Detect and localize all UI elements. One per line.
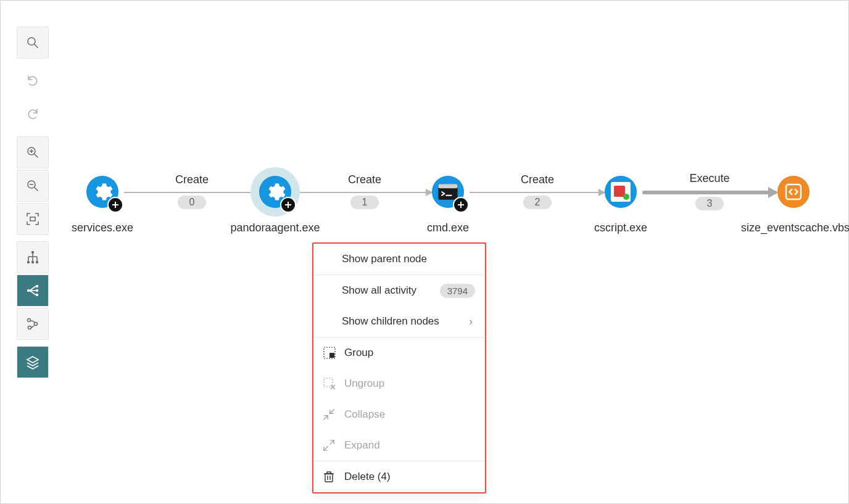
left-toolbar <box>17 27 49 379</box>
node-label: cscript.exe <box>568 221 673 234</box>
menu-item-label: Group <box>342 347 475 359</box>
code-script-icon <box>777 176 810 208</box>
edge-sequence-badge: 2 <box>523 196 552 209</box>
fit-screen-button[interactable] <box>17 203 49 235</box>
svg-rect-33 <box>786 184 801 199</box>
tree-view-icon <box>25 250 40 265</box>
menu-ungroup: Ungroup <box>313 368 485 399</box>
svg-line-42 <box>324 447 328 450</box>
menu-group[interactable]: Group <box>313 337 485 368</box>
svg-rect-43 <box>325 474 333 482</box>
svg-point-0 <box>28 38 35 45</box>
graph-view-button[interactable] <box>17 275 49 307</box>
group-icon <box>323 347 342 359</box>
zoom-out-icon <box>25 178 40 193</box>
cscript-icon <box>605 176 637 208</box>
svg-rect-36 <box>324 378 333 387</box>
svg-line-41 <box>330 440 334 444</box>
svg-point-22 <box>36 294 38 296</box>
svg-point-11 <box>27 261 30 263</box>
menu-item-label: Show all activity <box>323 284 440 297</box>
svg-line-39 <box>330 410 334 413</box>
edge-sequence-badge: 1 <box>350 196 379 209</box>
timeline-view-icon <box>25 316 40 331</box>
edge-sequence-badge: 0 <box>178 196 206 209</box>
svg-line-3 <box>35 154 38 157</box>
svg-point-19 <box>27 289 30 292</box>
svg-line-1 <box>35 44 38 48</box>
svg-point-21 <box>36 289 38 292</box>
layers-icon <box>25 355 40 370</box>
collapse-icon <box>323 409 342 420</box>
plus-badge-icon <box>280 197 296 213</box>
graph-node-size-eventscache-vbs[interactable]: size_eventscache.vbs <box>741 173 846 234</box>
ungroup-icon <box>323 378 342 390</box>
menu-item-label: Ungroup <box>342 378 475 390</box>
svg-line-7 <box>35 188 38 191</box>
plus-badge-icon <box>453 197 469 213</box>
svg-point-28 <box>28 326 31 329</box>
svg-point-13 <box>36 261 38 263</box>
redo-button[interactable] <box>17 98 49 130</box>
layers-button[interactable] <box>17 346 49 378</box>
node-label: cmd.exe <box>396 221 500 234</box>
undo-icon <box>25 73 40 88</box>
search-button[interactable] <box>17 27 49 59</box>
svg-point-26 <box>28 319 31 322</box>
menu-show-parent-node[interactable]: Show parent node <box>313 244 485 275</box>
activity-count-badge: 3794 <box>440 284 475 298</box>
svg-line-25 <box>30 291 36 295</box>
trash-icon <box>323 471 342 483</box>
svg-line-38 <box>331 385 335 389</box>
zoom-in-icon <box>25 145 40 160</box>
svg-line-40 <box>324 416 328 419</box>
svg-marker-29 <box>27 357 38 363</box>
menu-item-label: Show children nodes <box>323 315 469 328</box>
process-graph: Create 0 Create 1 Create 2 Execute 3 <box>62 173 842 254</box>
graph-node-cmd[interactable]: cmd.exe <box>396 173 500 234</box>
node-label: services.exe <box>50 221 155 234</box>
menu-item-label: Show parent node <box>323 253 475 265</box>
graph-node-services[interactable]: services.exe <box>50 173 155 234</box>
zoom-in-button[interactable] <box>17 136 49 168</box>
svg-point-10 <box>31 251 34 254</box>
redo-icon <box>25 107 40 122</box>
svg-line-23 <box>30 286 36 291</box>
menu-item-label: Collapse <box>342 408 475 421</box>
menu-item-label: Delete (4) <box>342 471 475 483</box>
plus-badge-icon <box>107 197 123 213</box>
svg-point-12 <box>31 261 34 263</box>
fit-screen-icon <box>25 212 40 226</box>
svg-rect-31 <box>438 184 457 188</box>
svg-point-27 <box>35 323 38 326</box>
menu-item-label: Expand <box>342 439 475 452</box>
timeline-view-button[interactable] <box>17 308 49 340</box>
expand-icon <box>323 440 342 451</box>
graph-node-cscript[interactable]: cscript.exe <box>568 173 673 234</box>
canvas-frame: Create 0 Create 1 Create 2 Execute 3 <box>0 0 849 504</box>
node-label: size_eventscache.vbs <box>741 221 846 234</box>
undo-button[interactable] <box>17 65 49 97</box>
menu-show-children-nodes[interactable]: Show children nodes › <box>313 306 485 337</box>
menu-delete[interactable]: Delete (4) <box>313 461 485 492</box>
menu-show-all-activity[interactable]: Show all activity 3794 <box>313 275 485 306</box>
chevron-right-icon: › <box>469 315 475 328</box>
menu-expand: Expand <box>313 430 485 461</box>
svg-rect-45 <box>327 472 331 474</box>
svg-point-20 <box>36 285 38 287</box>
search-icon <box>25 35 40 50</box>
edge-sequence-badge: 3 <box>695 197 724 210</box>
menu-collapse: Collapse <box>313 399 485 430</box>
svg-rect-35 <box>329 353 334 358</box>
node-label: pandoraagent.exe <box>223 221 328 234</box>
graph-view-icon <box>25 283 40 298</box>
graph-node-pandoraagent[interactable]: pandoraagent.exe <box>223 173 328 234</box>
zoom-out-button[interactable] <box>17 170 49 202</box>
tree-view-button[interactable] <box>17 241 49 273</box>
node-context-menu: Show parent node Show all activity 3794 … <box>312 242 486 494</box>
svg-line-37 <box>331 385 335 389</box>
svg-rect-9 <box>30 217 35 221</box>
